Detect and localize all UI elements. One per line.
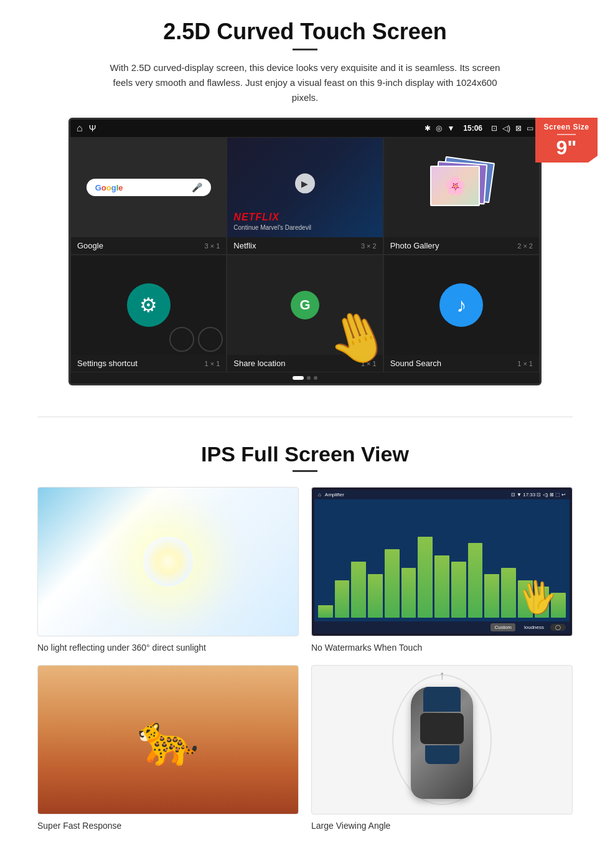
google-app-name: Google bbox=[77, 241, 103, 250]
settings-app-cell[interactable]: ⚙ Settings shortcut 1 × 1 bbox=[70, 255, 227, 372]
netflix-logo: NETFLIX bbox=[233, 212, 279, 223]
window-icon: ▭ bbox=[527, 124, 533, 133]
eq-bar bbox=[434, 555, 449, 618]
home-icon: ⌂ bbox=[77, 123, 83, 134]
section1-title: 2.5D Curved Touch Screen bbox=[37, 19, 573, 45]
netflix-app-name: Netflix bbox=[233, 241, 256, 250]
car-top-view: ↑ bbox=[398, 677, 486, 802]
share-app-cell[interactable]: G 🤚 Share location 1 × 1 bbox=[227, 255, 383, 372]
maps-icon: G bbox=[286, 286, 324, 324]
feature-car: ↑ Large Viewing Angle bbox=[311, 665, 573, 831]
google-search-bar[interactable]: Google 🎤 bbox=[87, 179, 211, 196]
netflix-subtitle: Continue Marvel's Daredevil bbox=[233, 224, 311, 231]
ghost-icon-2 bbox=[198, 327, 223, 352]
badge-size: 9" bbox=[539, 138, 594, 158]
sound-label: Sound Search 1 × 1 bbox=[384, 355, 539, 372]
cheetah-image: 🐆 bbox=[37, 665, 299, 814]
section-ips: IPS Full Screen View No light reflecting… bbox=[0, 436, 610, 849]
usb-icon: Ψ bbox=[89, 123, 96, 133]
amp-header: ⌂ Amplifier ⊡ ▼ 17:33 ⊡ ◁) ⊠ ⬚ ↩ bbox=[314, 490, 570, 499]
microphone-icon: 🎤 bbox=[192, 182, 202, 192]
dot-active bbox=[293, 376, 304, 380]
google-app-inner: Google 🎤 bbox=[71, 138, 226, 237]
device-container: ⌂ Ψ ✱ ◎ ▼ 15:06 ⊡ ◁) ⊠ ▭ bbox=[37, 118, 573, 385]
wifi-icon: ▼ bbox=[447, 124, 454, 133]
amp-footer: Custom loudness ◯ bbox=[314, 621, 570, 633]
section-curved-touch: 2.5D Curved Touch Screen With 2.5D curve… bbox=[0, 0, 610, 398]
car-arrow: ↑ bbox=[439, 668, 445, 682]
car-image: ↑ bbox=[311, 665, 573, 814]
car-roof bbox=[420, 713, 464, 744]
app-grid-bottom: ⚙ Settings shortcut 1 × 1 bbox=[70, 255, 540, 372]
gallery-app-cell[interactable]: 🌸 Photo Gallery 2 × 2 bbox=[383, 137, 540, 255]
status-bar: ⌂ Ψ ✱ ◎ ▼ 15:06 ⊡ ◁) ⊠ ▭ bbox=[70, 120, 540, 137]
feature-sunlight: No light reflecting under 360° direct su… bbox=[37, 487, 299, 653]
netflix-app-inner: ▶ NETFLIX Continue Marvel's Daredevil bbox=[227, 138, 382, 237]
netflix-overlay: ▶ NETFLIX Continue Marvel's Daredevil bbox=[227, 138, 382, 237]
eq-bar bbox=[468, 543, 483, 618]
sound-app-cell[interactable]: ♪ Sound Search 1 × 1 bbox=[383, 255, 540, 372]
eq-bar bbox=[484, 574, 499, 618]
eq-bar bbox=[501, 568, 516, 618]
clock: 15:06 bbox=[463, 124, 482, 133]
netflix-app-size: 3 × 2 bbox=[361, 242, 377, 250]
sound-app-inner: ♪ bbox=[384, 255, 539, 355]
ghost-icon-1 bbox=[169, 327, 194, 352]
share-app-inner: G 🤚 bbox=[227, 255, 382, 355]
section1-description: With 2.5D curved-display screen, this de… bbox=[106, 60, 504, 105]
google-app-cell[interactable]: Google 🎤 Google 3 × 1 bbox=[70, 137, 227, 255]
eq-bar bbox=[351, 562, 366, 618]
volume-icon: ◁) bbox=[502, 124, 510, 133]
flower-icon: 🌸 bbox=[444, 176, 466, 196]
dots-indicator bbox=[70, 372, 540, 384]
dot-2 bbox=[314, 376, 317, 380]
photo-stack: 🌸 bbox=[430, 159, 492, 215]
netflix-app-cell[interactable]: ▶ NETFLIX Continue Marvel's Daredevil Ne… bbox=[227, 137, 383, 255]
camera-icon: ⊡ bbox=[491, 124, 497, 133]
netflix-label: Netflix 3 × 2 bbox=[227, 237, 382, 254]
gallery-app-inner: 🌸 bbox=[384, 138, 539, 237]
eq-bar bbox=[451, 562, 466, 618]
sound-app-size: 1 × 1 bbox=[517, 360, 533, 367]
sound-app-name: Sound Search bbox=[390, 359, 441, 368]
google-app-size: 3 × 1 bbox=[205, 242, 220, 250]
app-grid-top: Google 🎤 Google 3 × 1 bbox=[70, 137, 540, 255]
gallery-app-name: Photo Gallery bbox=[390, 241, 439, 250]
device-wrapper: ⌂ Ψ ✱ ◎ ▼ 15:06 ⊡ ◁) ⊠ ▭ bbox=[68, 118, 542, 385]
settings-label: Settings shortcut 1 × 1 bbox=[71, 355, 226, 372]
ghost-icons bbox=[169, 327, 223, 352]
google-label: Google 3 × 1 bbox=[71, 237, 226, 254]
status-icons: ✱ ◎ ▼ 15:06 ⊡ ◁) ⊠ ▭ bbox=[425, 124, 533, 133]
badge-label: Screen Size bbox=[539, 123, 594, 131]
device-screen: ⌂ Ψ ✱ ◎ ▼ 15:06 ⊡ ◁) ⊠ ▭ bbox=[68, 118, 542, 385]
screen-size-badge: Screen Size 9" bbox=[535, 118, 598, 163]
sun-glow bbox=[143, 537, 193, 587]
bluetooth-icon: ✱ bbox=[425, 124, 431, 133]
car-rear-window bbox=[425, 745, 459, 764]
eq-bar bbox=[385, 549, 400, 618]
battery-icon: ⊠ bbox=[515, 124, 522, 133]
feature-amplifier: ⌂ Amplifier ⊡ ▼ 17:33 ⊡ ◁) ⊠ ⬚ ↩ 🖐 Custo… bbox=[311, 487, 573, 653]
eq-bar bbox=[418, 537, 433, 618]
play-button[interactable]: ▶ bbox=[295, 174, 315, 194]
amp-loudness: loudness bbox=[524, 625, 544, 630]
amp-toggle[interactable]: ◯ bbox=[550, 624, 566, 631]
amp-title: Amplifier bbox=[325, 492, 344, 498]
feature-grid: No light reflecting under 360° direct su… bbox=[37, 487, 573, 831]
settings-app-name: Settings shortcut bbox=[77, 359, 138, 368]
cheetah-caption: Super Fast Response bbox=[37, 821, 299, 831]
amplifier-caption: No Watermarks When Touch bbox=[311, 643, 573, 653]
sunlight-caption: No light reflecting under 360° direct su… bbox=[37, 643, 299, 653]
eq-bar bbox=[335, 580, 350, 618]
title-underline bbox=[293, 49, 317, 50]
amp-icons: ⊡ ▼ 17:33 ⊡ ◁) ⊠ ⬚ ↩ bbox=[511, 492, 566, 498]
photo-card-front: 🌸 bbox=[430, 166, 480, 206]
amp-hand: 🖐 bbox=[515, 576, 560, 618]
amp-custom-btn[interactable]: Custom bbox=[490, 623, 515, 631]
car-caption: Large Viewing Angle bbox=[311, 821, 573, 831]
amp-body: 🖐 bbox=[314, 499, 570, 621]
gallery-app-size: 2 × 2 bbox=[517, 242, 533, 250]
google-logo: Google bbox=[95, 183, 123, 192]
settings-app-size: 1 × 1 bbox=[205, 360, 220, 367]
sunlight-image bbox=[37, 487, 299, 636]
